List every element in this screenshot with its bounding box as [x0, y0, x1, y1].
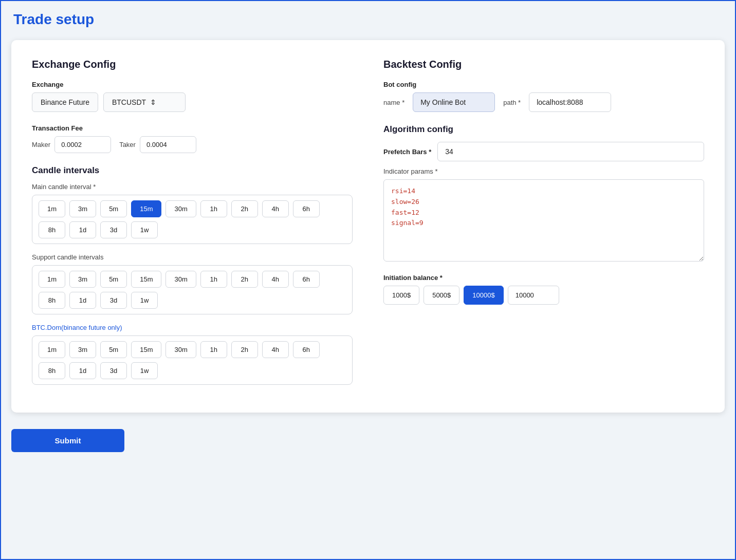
- taker-label: Taker: [119, 141, 136, 148]
- support-interval-1d[interactable]: 1d: [69, 292, 96, 309]
- exchange-label: Exchange: [32, 81, 353, 88]
- btcdom-label: BTC.Dom(binance future only): [32, 324, 353, 331]
- maker-label: Maker: [32, 141, 50, 148]
- balance-1000-btn[interactable]: 1000$: [383, 286, 419, 305]
- main-interval-3m[interactable]: 3m: [69, 200, 96, 217]
- main-card: Exchange Config Exchange Binance Future …: [11, 40, 725, 413]
- backtest-config-title: Backtest Config: [383, 59, 704, 70]
- maker-input[interactable]: [54, 136, 111, 153]
- btcdom-interval-1d[interactable]: 1d: [69, 362, 96, 379]
- btcdom-interval-6h[interactable]: 6h: [293, 341, 320, 358]
- indicator-label-row: Indicator params *: [383, 167, 704, 175]
- btcdom-interval-1m[interactable]: 1m: [39, 341, 65, 358]
- support-interval-1w[interactable]: 1w: [131, 292, 158, 309]
- support-interval-30m[interactable]: 30m: [165, 271, 196, 288]
- balance-5000-btn[interactable]: 5000$: [424, 286, 459, 305]
- exchange-row: Binance Future BTCUSDT ⇕: [32, 92, 353, 112]
- exchange-config-title: Exchange Config: [32, 59, 353, 70]
- support-interval-1m[interactable]: 1m: [39, 271, 65, 288]
- prefetch-label: Prefetch Bars *: [383, 148, 431, 156]
- support-interval-3d[interactable]: 3d: [100, 292, 127, 309]
- maker-fee-item: Maker: [32, 136, 111, 153]
- balance-section: Initiation balance * 1000$ 5000$ 10000$: [383, 274, 704, 305]
- btcdom-interval-15m[interactable]: 15m: [131, 341, 161, 358]
- btcdom-interval-5m[interactable]: 5m: [100, 341, 127, 358]
- btcdom-interval-3d[interactable]: 3d: [100, 362, 127, 379]
- right-panel: Backtest Config Bot config name * path *…: [383, 59, 704, 394]
- name-label: name *: [383, 99, 404, 106]
- main-interval-1d[interactable]: 1d: [69, 221, 96, 238]
- main-interval-30m[interactable]: 30m: [165, 200, 196, 217]
- balance-label: Initiation balance *: [383, 274, 704, 282]
- transaction-fee-label: Transaction Fee: [32, 124, 353, 132]
- prefetch-input[interactable]: [437, 142, 704, 161]
- balance-row: 1000$ 5000$ 10000$: [383, 286, 704, 305]
- main-interval-5m[interactable]: 5m: [100, 200, 127, 217]
- main-candle-grid: 1m 3m 5m 15m 30m 1h 2h 4h 6h 8h 1d 3d 1w: [32, 195, 353, 244]
- main-interval-1m[interactable]: 1m: [39, 200, 65, 217]
- main-interval-4h[interactable]: 4h: [262, 200, 289, 217]
- support-candle-label: Support candle intervals: [32, 253, 353, 261]
- main-interval-2h[interactable]: 2h: [231, 200, 258, 217]
- btcdom-interval-1w[interactable]: 1w: [131, 362, 158, 379]
- main-interval-1w[interactable]: 1w: [131, 221, 158, 238]
- support-interval-15m[interactable]: 15m: [131, 271, 161, 288]
- support-candle-grid: 1m 3m 5m 15m 30m 1h 2h 4h 6h 8h 1d 3d 1w: [32, 265, 353, 314]
- candle-intervals-title: Candle intervals: [32, 165, 353, 176]
- path-input[interactable]: [529, 92, 611, 112]
- bot-config-row: name * path *: [383, 92, 704, 112]
- main-interval-1h[interactable]: 1h: [200, 200, 227, 217]
- balance-custom-input[interactable]: [508, 286, 559, 305]
- btcdom-interval-8h[interactable]: 8h: [39, 362, 65, 379]
- algorithm-label: Algorithm config: [383, 124, 704, 135]
- taker-input[interactable]: [140, 136, 196, 153]
- submit-button[interactable]: Submit: [11, 429, 124, 452]
- indicator-textarea[interactable]: rsi=14 slow=26 fast=12 signal=9: [383, 179, 704, 262]
- btcdom-interval-3m[interactable]: 3m: [69, 341, 96, 358]
- indicator-label: Indicator params *: [383, 167, 438, 175]
- support-interval-2h[interactable]: 2h: [231, 271, 258, 288]
- btcdom-grid: 1m 3m 5m 15m 30m 1h 2h 4h 6h 8h 1d 3d 1w: [32, 335, 353, 385]
- submit-area: Submit: [11, 429, 725, 452]
- btcdom-interval-4h[interactable]: 4h: [262, 341, 289, 358]
- prefetch-row: Prefetch Bars *: [383, 142, 704, 161]
- main-interval-15m[interactable]: 15m: [131, 200, 161, 217]
- page-title: Trade setup: [11, 11, 725, 28]
- support-interval-8h[interactable]: 8h: [39, 292, 65, 309]
- path-label: path *: [503, 99, 521, 106]
- balance-10000-btn[interactable]: 10000$: [464, 286, 503, 305]
- main-interval-6h[interactable]: 6h: [293, 200, 320, 217]
- btcdom-interval-2h[interactable]: 2h: [231, 341, 258, 358]
- btcdom-interval-30m[interactable]: 30m: [165, 341, 196, 358]
- support-interval-3m[interactable]: 3m: [69, 271, 96, 288]
- bot-name-input[interactable]: [413, 92, 495, 112]
- chevron-icon: ⇕: [150, 98, 156, 106]
- fee-row: Maker Taker: [32, 136, 353, 153]
- bot-config-section: Bot config name * path *: [383, 81, 704, 112]
- main-candle-label: Main candle interval *: [32, 183, 353, 191]
- support-interval-6h[interactable]: 6h: [293, 271, 320, 288]
- support-interval-1h[interactable]: 1h: [200, 271, 227, 288]
- left-panel: Exchange Config Exchange Binance Future …: [32, 59, 353, 394]
- taker-fee-item: Taker: [119, 136, 196, 153]
- bot-config-label: Bot config: [383, 81, 704, 88]
- exchange-pair-select[interactable]: BTCUSDT ⇕: [103, 92, 186, 112]
- support-interval-4h[interactable]: 4h: [262, 271, 289, 288]
- exchange-pair-value: BTCUSDT: [112, 98, 146, 106]
- support-interval-5m[interactable]: 5m: [100, 271, 127, 288]
- algo-section: Algorithm config Prefetch Bars * Indicat…: [383, 124, 704, 264]
- btcdom-interval-1h[interactable]: 1h: [200, 341, 227, 358]
- exchange-name: Binance Future: [32, 92, 98, 112]
- main-interval-3d[interactable]: 3d: [100, 221, 127, 238]
- main-interval-8h[interactable]: 8h: [39, 221, 65, 238]
